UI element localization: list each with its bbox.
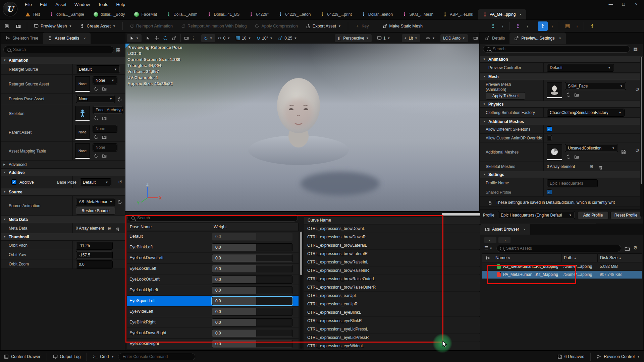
section-advanced[interactable]: Advanced (1, 161, 125, 169)
viewport-3d-scene[interactable]: Previewing Reference PoseLOD: 0Current S… (125, 44, 479, 211)
revision-control-button[interactable]: Revision Control ▼ (593, 351, 644, 362)
preview-pose-asset-dropdown[interactable]: None▼ (76, 95, 115, 103)
orbit-pitch-field[interactable]: -11.25 (76, 242, 113, 250)
clear-array-icon[interactable] (598, 164, 603, 170)
save-collection-icon[interactable] (621, 148, 626, 155)
doc-tab[interactable]: ABP_...eLink (438, 9, 478, 19)
blueprint-mode-options-icon[interactable]: ⋮ (574, 24, 580, 29)
pose-search-input[interactable] (137, 216, 294, 220)
add-element-icon[interactable]: ⊕ (590, 164, 594, 169)
orbit-yaw-field[interactable]: -157.5 (76, 251, 113, 259)
pose-name-column-header[interactable]: Pose Name (130, 225, 152, 229)
tab-details[interactable]: Details (480, 33, 509, 44)
reimport-animation-button[interactable]: Reimport Animation (126, 21, 176, 31)
doc-tab[interactable]: SKM_...Mesh (397, 9, 438, 19)
name-column-header[interactable]: Name ⇅ (495, 255, 510, 260)
additive-checkbox[interactable]: ✓ (11, 179, 17, 185)
pose-row[interactable]: EyeLookUpLeft 0.0 (127, 285, 299, 295)
menu-window[interactable]: Window (70, 0, 94, 9)
mesh-editor-mode-icon[interactable] (513, 21, 523, 31)
section-animation[interactable]: Animation (480, 56, 643, 63)
pose-row[interactable]: EyeLookInLeft 0.0 (127, 264, 299, 274)
section-settings[interactable]: Settings (480, 171, 643, 178)
close-button[interactable]: × (631, 0, 642, 9)
skeleton-thumbnail[interactable] (75, 106, 90, 121)
section-source[interactable]: Source (1, 188, 125, 196)
make-static-mesh-button[interactable]: Make Static Mesh (379, 21, 426, 31)
use-selected-icon[interactable] (117, 199, 122, 205)
preview-mesh-button[interactable]: Preview Mesh▼ (31, 21, 75, 31)
asset-row[interactable]: AS_MetaHuman...Kit_Mapping /Game/...appi… (482, 263, 642, 270)
add-profile-button[interactable]: Add Profile (578, 211, 608, 219)
menu-tools[interactable]: Tools (94, 0, 112, 9)
pose-weight-spinbox[interactable]: 0.0 (212, 308, 292, 316)
pose-search[interactable] (127, 214, 298, 222)
scale-snap-button[interactable]: 0.25▼ (275, 34, 300, 42)
pose-row[interactable]: EyeSquintLeft 0.0 (127, 296, 299, 306)
pose-table-header[interactable]: Pose Name Weight (127, 223, 299, 231)
doc-tab[interactable]: PA_Me...pping× (478, 9, 526, 19)
tab-asset-details[interactable]: Asset Details × (43, 33, 90, 44)
pose-list-scrollbar[interactable] (300, 232, 303, 349)
save-button[interactable] (2, 21, 12, 31)
content-drawer-button[interactable]: Content Drawer (0, 351, 45, 362)
additional-meshes-dropdown[interactable]: UnsavedCollection▼ (565, 144, 618, 152)
settings-search-input[interactable] (493, 47, 626, 51)
reset-to-default-icon[interactable]: ↺ (635, 87, 639, 92)
asset-search[interactable] (496, 245, 621, 252)
folder-icon[interactable] (625, 245, 630, 251)
tab-skeleton-tree[interactable]: Skeleton Tree (1, 33, 43, 44)
console-command-input[interactable] (118, 353, 195, 360)
preview-viewport[interactable]: ▼ ⋮ ↻▼ ✂0▼ 10▼ ↻10°▼ 0.25▼ ◧Perspective▼… (125, 33, 479, 211)
retarget-source-asset-thumbnail[interactable]: None (75, 76, 90, 91)
preview-controller-dropdown[interactable]: Default▼ (547, 64, 614, 72)
source-animation-dropdown[interactable]: AS_MetaHumar▼ (76, 198, 115, 206)
pose-row[interactable]: EyeBlinkLeft 0.0 (127, 242, 299, 252)
close-tab-icon[interactable]: × (524, 227, 526, 231)
asset-details-search[interactable] (3, 46, 114, 53)
maximize-button[interactable]: □ (618, 0, 629, 9)
settings-scrollbar[interactable] (640, 57, 643, 217)
pose-weight-spinbox[interactable]: 0.0 (212, 297, 292, 305)
section-physics[interactable]: Physics (480, 101, 643, 108)
menu-help[interactable]: Help (112, 0, 129, 9)
retarget-source-asset-dropdown[interactable]: None▼ (93, 76, 117, 84)
lit-mode-dropdown[interactable]: ◐Lit▼ (402, 34, 420, 42)
skeleton-editor-mode-icon[interactable] (488, 21, 498, 31)
gear-icon[interactable]: ⚙ (633, 245, 638, 250)
pose-row[interactable]: EyeWideLeft 0.0 (127, 307, 299, 317)
section-meta-data[interactable]: Meta Data (1, 216, 125, 223)
use-selected-icon[interactable] (94, 134, 99, 140)
blueprint-editor-mode-icon[interactable] (562, 21, 573, 31)
clothing-factory-dropdown[interactable]: ChaosClothingSimulationFactory▼ (547, 109, 625, 117)
skeleton-dropdown[interactable]: Face_Archetype▼ (93, 106, 123, 114)
apply-compression-button[interactable]: Apply Compression (251, 21, 301, 31)
animation-editor-mode-icon[interactable] (538, 21, 548, 31)
search-input[interactable] (13, 47, 110, 52)
path-column-header[interactable]: Path ▲ (564, 255, 577, 260)
key-button[interactable]: ＋Key (352, 21, 372, 31)
parent-asset-thumbnail[interactable]: None (75, 125, 90, 139)
history-forward-button[interactable]: → (498, 237, 511, 243)
additional-meshes-thumbnail[interactable] (547, 144, 562, 160)
doc-tab[interactable]: 64229_...print (315, 9, 356, 19)
pose-row[interactable]: EyeLookInRight 0.0 (127, 339, 299, 349)
animation-mode-options-icon[interactable]: ⋮ (549, 24, 555, 29)
section-additive[interactable]: Additive (1, 169, 125, 176)
use-selected-icon[interactable] (94, 115, 99, 121)
retarget-source-dropdown[interactable]: Default▼ (76, 65, 120, 73)
browse-icon[interactable] (574, 154, 579, 160)
rotate-tool-icon[interactable] (161, 36, 170, 41)
shared-profile-checkbox[interactable]: ✓ (547, 189, 552, 195)
doc-tab[interactable]: 64229_...leton (273, 9, 315, 19)
allow-different-skeletons-checkbox[interactable]: ✓ (547, 126, 552, 132)
filter-icon[interactable]: ☰ ▼ (484, 245, 492, 250)
history-back-button[interactable]: ← (484, 237, 496, 243)
doc-tab[interactable]: Dollar...eleton (357, 9, 397, 19)
weight-column-header[interactable]: Weight (214, 225, 227, 229)
physics-editor-mode-icon[interactable] (587, 21, 597, 31)
apply-to-asset-button[interactable]: Apply To Asset (486, 92, 525, 100)
pose-weight-spinbox[interactable]: 0.0 (212, 254, 292, 262)
pose-weight-spinbox[interactable]: 0.0 (212, 286, 292, 294)
browse-icon[interactable] (102, 115, 107, 121)
